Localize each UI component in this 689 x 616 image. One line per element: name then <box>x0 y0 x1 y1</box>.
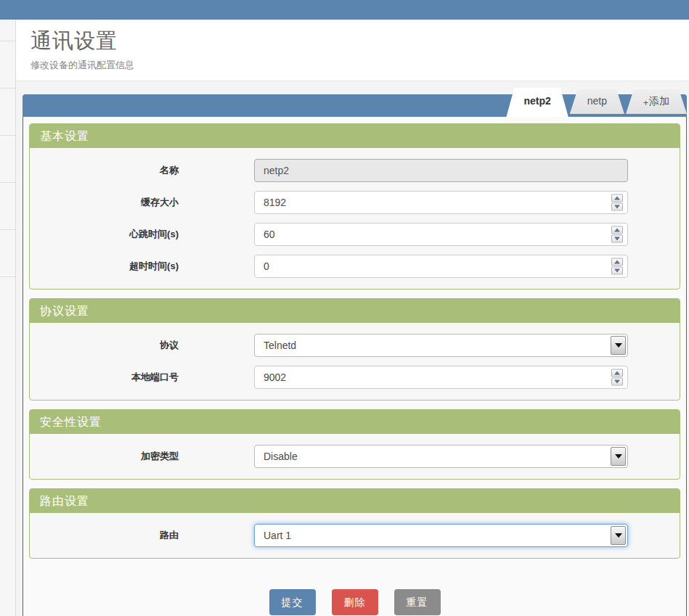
collapsed-sidebar <box>0 20 16 616</box>
protocol-select[interactable]: Telnetd <box>254 334 628 357</box>
arrow-up-icon <box>614 371 620 375</box>
section-title: 安全性设置 <box>30 410 680 434</box>
arrow-down-icon <box>614 269 620 273</box>
encryption-type-select[interactable]: Disable <box>254 445 628 468</box>
main-content: 通讯设置 修改设备的通讯配置信息 netp2netp+添加 基本设置名称缓存大小… <box>16 20 689 616</box>
spinner-up-button[interactable] <box>611 194 623 202</box>
tab-add[interactable]: +添加 <box>626 89 687 114</box>
section-body: 加密类型Disable <box>30 434 680 479</box>
number-spinner <box>611 226 623 243</box>
buffer-size-input[interactable] <box>254 191 628 214</box>
page-header: 通讯设置 修改设备的通讯配置信息 <box>16 20 689 81</box>
delete-button[interactable]: 删除 <box>332 589 378 615</box>
heartbeat-time-label: 心跳时间(s) <box>30 228 179 241</box>
route-label: 路由 <box>30 529 179 542</box>
local-port-input[interactable] <box>254 366 628 389</box>
timeout-time-input[interactable] <box>254 255 628 278</box>
page-title: 通讯设置 <box>30 27 689 56</box>
section-basic-settings: 基本设置名称缓存大小心跳时间(s)超时时间(s) <box>29 123 680 289</box>
sidebar-divider-cell <box>0 41 15 89</box>
chevron-down-icon <box>615 533 622 538</box>
spinner-down-button[interactable] <box>611 267 623 275</box>
arrow-up-icon <box>614 260 620 264</box>
section-title: 协议设置 <box>30 299 680 323</box>
plus-icon: + <box>643 98 648 108</box>
form-row-timeout-time: 超时时间(s) <box>30 250 680 282</box>
chevron-down-icon <box>615 343 622 348</box>
top-navigation-bar <box>0 0 689 20</box>
spinner-up-button[interactable] <box>611 258 623 266</box>
form-row-encryption-type: 加密类型Disable <box>30 440 680 472</box>
form-row-route: 路由Uart 1 <box>30 520 680 551</box>
protocol-label: 协议 <box>30 339 179 352</box>
number-spinner <box>611 258 623 275</box>
arrow-down-icon <box>614 237 620 241</box>
section-body: 名称缓存大小心跳时间(s)超时时间(s) <box>30 148 680 289</box>
timeout-time-label: 超时时间(s) <box>30 260 179 273</box>
section-title: 路由设置 <box>30 489 680 513</box>
spinner-up-button[interactable] <box>611 369 623 377</box>
tab-list: netp2netp+添加 <box>505 88 687 117</box>
select-dropdown-button[interactable] <box>611 447 626 466</box>
select-value: Disable <box>264 451 298 462</box>
tabs-row: netp2netp+添加 <box>23 88 687 117</box>
spinner-down-button[interactable] <box>611 235 623 243</box>
select-value: Telnetd <box>264 340 296 351</box>
local-port-label: 本地端口号 <box>30 371 179 384</box>
form-row-local-port: 本地端口号 <box>30 361 680 393</box>
sidebar-divider-cell <box>0 136 15 183</box>
tab-label: netp <box>587 95 607 107</box>
name-label: 名称 <box>30 164 179 177</box>
select-value: Uart 1 <box>264 530 291 541</box>
sidebar-divider-cell <box>0 183 15 230</box>
section-body: 协议Telnetd本地端口号 <box>30 323 680 400</box>
section-protocol-settings: 协议设置协议Telnetd本地端口号 <box>29 298 680 401</box>
form-row-heartbeat-time: 心跳时间(s) <box>30 218 680 250</box>
chevron-down-icon <box>615 454 622 459</box>
section-title: 基本设置 <box>30 124 680 148</box>
sidebar-divider-cell <box>0 20 15 41</box>
select-dropdown-button[interactable] <box>611 526 626 545</box>
sidebar-divider-cell <box>0 230 15 277</box>
section-route-settings: 路由设置路由Uart 1 <box>29 488 680 559</box>
form-row-buffer-size: 缓存大小 <box>30 186 680 218</box>
arrow-up-icon <box>614 197 620 200</box>
encryption-type-label: 加密类型 <box>30 450 179 463</box>
arrow-up-icon <box>614 229 620 232</box>
submit-button[interactable]: 提交 <box>269 589 316 615</box>
form-row-protocol: 协议Telnetd <box>30 329 680 361</box>
section-security-settings: 安全性设置加密类型Disable <box>29 409 680 480</box>
section-body: 路由Uart 1 <box>30 513 680 558</box>
tab-label: netp2 <box>523 95 550 107</box>
reset-button[interactable]: 重置 <box>394 589 441 615</box>
heartbeat-time-input[interactable] <box>254 223 628 246</box>
name-input[interactable] <box>254 159 628 182</box>
spinner-down-button[interactable] <box>611 378 623 386</box>
tab-label: 添加 <box>649 95 669 107</box>
tab-netp[interactable]: netp <box>570 89 624 114</box>
buffer-size-label: 缓存大小 <box>30 196 179 209</box>
route-select[interactable]: Uart 1 <box>254 524 628 547</box>
spinner-down-button[interactable] <box>611 203 623 211</box>
number-spinner <box>611 369 623 386</box>
arrow-down-icon <box>614 205 620 209</box>
spinner-up-button[interactable] <box>611 226 623 234</box>
tab-netp2[interactable]: netp2 <box>506 88 568 117</box>
page-subtitle: 修改设备的通讯配置信息 <box>30 59 689 72</box>
number-spinner <box>611 194 623 211</box>
form-row-name: 名称 <box>30 155 680 186</box>
arrow-down-icon <box>614 380 620 384</box>
settings-panel: 基本设置名称缓存大小心跳时间(s)超时时间(s)协议设置协议Telnetd本地端… <box>23 117 687 616</box>
actions-row: 提交删除重置 <box>29 567 680 615</box>
sidebar-divider-cell <box>0 89 15 136</box>
content-area: netp2netp+添加 基本设置名称缓存大小心跳时间(s)超时时间(s)协议设… <box>16 81 689 616</box>
select-dropdown-button[interactable] <box>611 336 626 355</box>
